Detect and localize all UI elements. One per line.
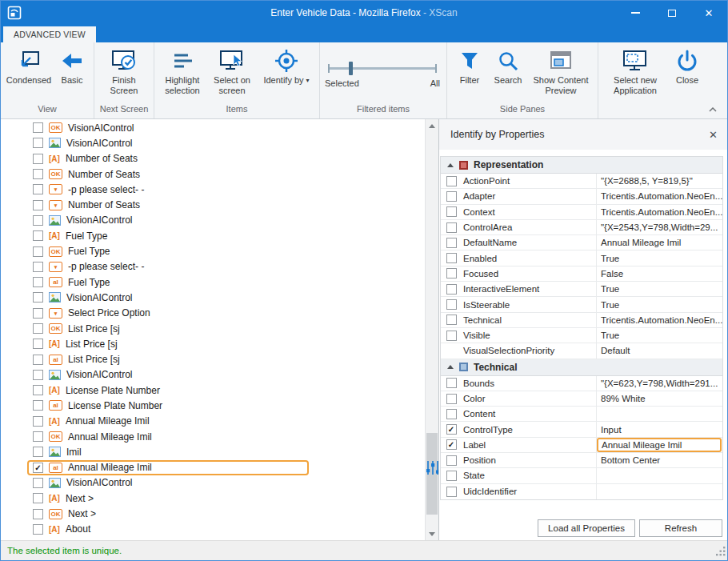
tree-row[interactable]: aILicense Plate Number [1, 398, 425, 413]
resize-grip[interactable] [715, 546, 726, 559]
tree-item-checkbox[interactable] [33, 493, 43, 503]
panel-close-icon[interactable]: ✕ [709, 129, 718, 141]
tree-item-checkbox[interactable] [33, 184, 43, 194]
tree-row[interactable]: ▾-p please select- - [1, 259, 425, 274]
tree-row[interactable]: OKNumber of Seats [1, 166, 425, 182]
property-checkbox[interactable] [446, 268, 457, 278]
property-row[interactable]: Bounds"{X=623,Y=798,Width=291... [441, 376, 722, 391]
property-row[interactable]: Content [441, 407, 722, 422]
tab-advanced-view[interactable]: ADVANCED VIEW [3, 26, 96, 42]
property-checkbox[interactable] [446, 409, 457, 419]
search-button[interactable]: Search [489, 42, 527, 102]
tree-row[interactable]: ▾Number of Seats [1, 197, 425, 212]
property-row[interactable]: ActionPoint"{X=2688,5, Y=819,5}" [441, 174, 722, 189]
property-row[interactable]: TechnicalTricentis.Automation.NeoEn... [441, 313, 722, 328]
identify-by-button[interactable]: Identify by ▾ [257, 42, 316, 102]
property-row[interactable]: UidcIdentifier [441, 484, 722, 499]
tree-row[interactable]: [A]Annual Mileage Imil [1, 414, 425, 429]
scroll-down-button[interactable] [426, 527, 438, 540]
tree-item-checkbox[interactable] [33, 308, 43, 319]
tree-item-checkbox[interactable]: ✓ [33, 463, 43, 473]
tree-row[interactable]: [A]License Plate Number [1, 383, 425, 398]
property-checkbox[interactable] [446, 206, 457, 217]
tree-row[interactable]: ▾Select Price Option [1, 306, 425, 321]
show-content-preview-button[interactable]: Show Content Preview [527, 42, 594, 102]
tree-item-checkbox[interactable] [33, 122, 43, 133]
property-row[interactable]: DefaultNameAnnual Mileage Imil [441, 235, 722, 250]
property-row[interactable]: ✓ControlTypeInput [441, 422, 722, 437]
property-checkbox[interactable] [446, 394, 457, 404]
tree-item-checkbox[interactable] [33, 524, 43, 535]
property-row[interactable]: VisibleTrue [441, 328, 722, 343]
property-checkbox[interactable]: ✓ [446, 424, 457, 435]
section-header-technical[interactable]: Technical [441, 359, 722, 376]
tree-row[interactable]: [A]Next > [1, 491, 425, 506]
tree-item-checkbox[interactable] [33, 339, 43, 349]
load-all-properties-button[interactable]: Load all Properties [538, 519, 635, 537]
tree-item-checkbox[interactable] [33, 215, 43, 226]
highlight-selection-button[interactable]: Highlight selection [158, 42, 207, 102]
finish-screen-button[interactable]: Finish Screen [98, 42, 150, 102]
tree-row[interactable]: VisionAIControl [1, 367, 425, 383]
tree-item-checkbox[interactable] [33, 277, 43, 287]
property-row[interactable]: PositionBottom Center [441, 453, 722, 468]
property-row[interactable]: IsSteerableTrue [441, 297, 722, 312]
basic-button[interactable]: Basic [54, 42, 90, 102]
tree-item-checkbox[interactable] [33, 169, 43, 179]
property-row[interactable]: ✓LabelAnnual Mileage Imil [441, 438, 722, 453]
tree-item-checkbox[interactable] [33, 509, 43, 519]
tree-item-checkbox[interactable] [33, 154, 43, 164]
filter-button[interactable]: Filter [450, 42, 489, 102]
property-checkbox[interactable] [446, 238, 457, 248]
tree-row[interactable]: VisionAIControl [1, 213, 425, 228]
tree-row[interactable]: ✓aIAnnual Mileage Imil [1, 460, 425, 475]
tree-row[interactable]: ▾-p please select- - [1, 182, 425, 197]
section-header-representation[interactable]: Representation [441, 157, 722, 174]
property-row[interactable]: FocusedFalse [441, 266, 722, 282]
property-row[interactable]: State [441, 468, 722, 483]
property-row[interactable]: ContextTricentis.Automation.NeoEn... [441, 205, 722, 220]
property-checkbox[interactable] [446, 487, 457, 497]
tree-item-checkbox[interactable] [33, 246, 43, 257]
filtered-items-slider[interactable]: Selected All [323, 42, 443, 102]
tree-row[interactable]: OKFuel Type [1, 243, 425, 258]
property-checkbox[interactable] [446, 191, 457, 202]
property-row[interactable]: Color89% White [441, 391, 722, 407]
close-scan-button[interactable]: Close [669, 42, 706, 102]
property-row[interactable]: ControlArea"{X=2543,Y=798,Width=29... [441, 220, 722, 235]
tree-item-checkbox[interactable] [33, 400, 43, 411]
property-checkbox[interactable] [446, 284, 457, 295]
close-window-button[interactable]: ✕ [690, 1, 727, 25]
tree-item-checkbox[interactable] [33, 431, 43, 442]
minimize-button[interactable] [617, 1, 654, 25]
tree-row[interactable]: [A]Number of Seats [1, 151, 425, 166]
tree-row[interactable]: VisionAIControl [1, 135, 425, 150]
tree-scrollbar[interactable] [425, 119, 438, 540]
property-row[interactable]: VisualSelectionPriorityDefault [441, 343, 722, 359]
property-checkbox[interactable]: ✓ [446, 439, 457, 450]
tree-row[interactable]: aIFuel Type [1, 274, 425, 290]
tree-item-checkbox[interactable] [33, 138, 43, 148]
tree-item-checkbox[interactable] [33, 478, 43, 488]
tree-row[interactable]: OKNext > [1, 506, 425, 521]
select-on-screen-button[interactable]: Select on screen [207, 42, 257, 102]
item-filter-settings-icon[interactable] [426, 460, 438, 475]
tree-row[interactable]: aIList Price [sj [1, 351, 425, 367]
tree-item-checkbox[interactable] [33, 447, 43, 457]
property-checkbox[interactable] [446, 315, 457, 325]
tree-row[interactable]: VisionAIControl [1, 475, 425, 491]
tree-row[interactable]: [A]About [1, 522, 425, 537]
select-new-application-button[interactable]: Select new Application [602, 42, 669, 102]
tree-item-checkbox[interactable] [33, 416, 43, 427]
property-checkbox[interactable] [446, 299, 457, 310]
tree-row[interactable]: Imil [1, 444, 425, 459]
tree-item-checkbox[interactable] [33, 292, 43, 303]
tree-row[interactable]: OKList Price [sj [1, 321, 425, 336]
tree-item-checkbox[interactable] [33, 385, 43, 395]
maximize-button[interactable] [654, 1, 690, 25]
property-checkbox[interactable] [446, 176, 457, 186]
scroll-up-button[interactable] [426, 119, 438, 132]
property-checkbox[interactable] [446, 471, 457, 481]
refresh-button[interactable]: Refresh [639, 519, 722, 537]
tree-row[interactable]: OKVisionAIControl [1, 120, 425, 135]
